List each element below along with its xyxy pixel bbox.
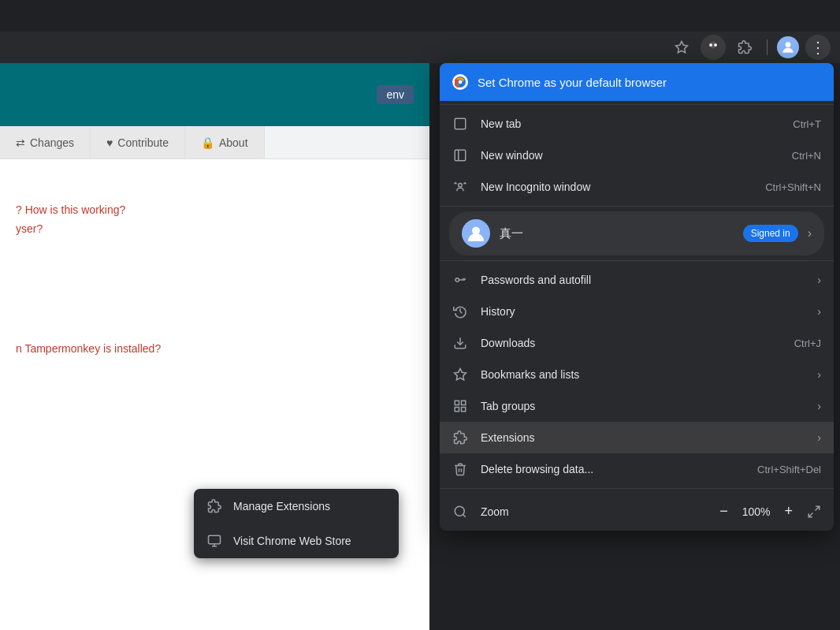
tab-groups-item[interactable]: Tab groups ›	[440, 390, 834, 422]
svg-rect-16	[455, 408, 459, 412]
profile-name: 真一	[500, 226, 734, 241]
zoom-controls: − 100% +	[712, 500, 821, 523]
new-incognito-item[interactable]: New Incognito window Ctrl+Shift+N	[440, 171, 834, 203]
chrome-menu-button[interactable]: ⋮	[805, 35, 831, 60]
svg-marker-13	[455, 369, 466, 380]
zoom-value: 100%	[736, 505, 777, 518]
incognito-icon	[452, 179, 468, 195]
profile-button[interactable]	[777, 36, 799, 58]
zoom-plus-button[interactable]: +	[776, 500, 801, 523]
history-item[interactable]: History ›	[440, 296, 834, 327]
yser-link[interactable]: yser?	[16, 222, 414, 235]
passwords-item[interactable]: Passwords and autofill ›	[440, 264, 834, 296]
tampermonkey-link[interactable]: n Tampermonkey is installed?	[16, 342, 414, 355]
toolbar-separator	[767, 39, 768, 55]
svg-line-21	[808, 513, 812, 516]
zoom-minus-button[interactable]: −	[712, 500, 736, 523]
manage-extensions-item[interactable]: Manage Extensions	[194, 489, 399, 524]
profile-avatar	[462, 219, 490, 248]
svg-rect-17	[462, 408, 466, 412]
passwords-arrow: ›	[817, 274, 821, 286]
more-icon: ⋮	[810, 38, 826, 57]
page-content: ? How is this working? yser? n Tampermon…	[0, 159, 429, 371]
set-default-browser-item[interactable]: Set Chrome as your default browser	[440, 63, 834, 101]
tab-changes[interactable]: ⇄ Changes	[0, 126, 91, 158]
downloads-item[interactable]: Downloads Ctrl+J	[440, 327, 834, 359]
svg-rect-6	[455, 118, 466, 129]
tab-groups-label: Tab groups	[481, 400, 798, 412]
extensions-icon	[452, 430, 468, 445]
delete-browsing-item[interactable]: Delete browsing data... Ctrl+Shift+Del	[440, 453, 834, 485]
bookmarks-arrow: ›	[817, 368, 821, 381]
menu-divider-3	[440, 260, 834, 261]
new-window-icon	[452, 147, 468, 163]
new-tab-icon	[452, 116, 468, 132]
profile-section[interactable]: 真一 Signed in ›	[449, 211, 824, 255]
bookmarks-item[interactable]: Bookmarks and lists ›	[440, 359, 834, 390]
svg-point-11	[455, 278, 459, 282]
svg-marker-0	[676, 42, 688, 53]
chrome-icon	[452, 74, 468, 90]
delete-browsing-label: Delete browsing data...	[481, 463, 745, 475]
chrome-menu: Set Chrome as your default browser New t…	[440, 63, 834, 531]
tab-groups-icon	[452, 398, 468, 414]
svg-line-19	[463, 514, 465, 516]
extensions-submenu: Manage Extensions Visit Chrome Web Store	[194, 489, 399, 558]
manage-extensions-label: Manage Extensions	[233, 500, 330, 513]
lock-icon: 🔒	[201, 136, 214, 149]
zoom-fullscreen-icon[interactable]	[807, 505, 821, 519]
bookmark-icon[interactable]	[669, 35, 694, 60]
new-tab-shortcut: Ctrl+T	[793, 118, 821, 130]
chrome-web-store-label: Visit Chrome Web Store	[233, 535, 351, 547]
changes-icon: ⇄	[16, 136, 25, 149]
chrome-web-store-item[interactable]: Visit Chrome Web Store	[194, 524, 399, 558]
how-working-link[interactable]: ? How is this working?	[16, 203, 414, 216]
menu-divider-4	[440, 488, 834, 489]
bookmarks-label: Bookmarks and lists	[481, 368, 798, 381]
extensions-item[interactable]: Extensions ›	[440, 422, 834, 453]
svg-rect-7	[455, 150, 466, 161]
zoom-item: Zoom − 100% +	[440, 492, 834, 531]
extensions-label: Extensions	[481, 431, 798, 444]
zoom-icon	[452, 504, 468, 520]
puzzle-icon[interactable]	[732, 35, 757, 60]
page-tabs: ⇄ Changes ♥ Contribute 🔒 About	[0, 126, 429, 159]
downloads-icon	[452, 335, 468, 351]
delete-icon	[452, 461, 468, 477]
new-incognito-label: New Incognito window	[481, 181, 753, 193]
new-incognito-shortcut: Ctrl+Shift+N	[765, 181, 821, 193]
history-icon	[452, 304, 468, 319]
new-window-label: New window	[481, 149, 779, 162]
menu-divider-2	[440, 206, 834, 207]
history-label: History	[481, 305, 798, 318]
tab-contribute[interactable]: ♥ Contribute	[91, 126, 185, 158]
svg-point-3	[714, 43, 717, 47]
downloads-shortcut: Ctrl+J	[794, 337, 821, 349]
browser-chrome: ⋮	[0, 0, 840, 63]
svg-point-2	[709, 43, 712, 47]
new-tab-item[interactable]: New tab Ctrl+T	[440, 108, 834, 140]
new-window-item[interactable]: New window Ctrl+N	[440, 140, 834, 171]
new-window-shortcut: Ctrl+N	[792, 150, 821, 162]
heart-icon: ♥	[106, 136, 113, 149]
set-default-label: Set Chrome as your default browser	[478, 76, 667, 89]
env-badge: env	[377, 85, 414, 104]
history-arrow: ›	[817, 305, 821, 318]
svg-rect-14	[455, 401, 459, 404]
browser-toolbar: ⋮	[0, 32, 840, 63]
zoom-label: Zoom	[481, 505, 699, 518]
svg-point-9	[459, 184, 463, 188]
delete-browsing-shortcut: Ctrl+Shift+Del	[757, 464, 821, 475]
tab-groups-arrow: ›	[817, 400, 821, 412]
menu-divider-1	[440, 104, 834, 105]
tab-about[interactable]: 🔒 About	[185, 126, 265, 158]
page-header: env	[0, 63, 429, 126]
manage-extensions-icon	[206, 498, 222, 514]
tab-bar	[0, 0, 840, 32]
chrome-web-store-icon	[206, 533, 222, 549]
downloads-label: Downloads	[481, 337, 782, 349]
tampermonkey-icon[interactable]	[701, 35, 726, 60]
new-tab-label: New tab	[481, 117, 780, 130]
extensions-arrow: ›	[817, 431, 821, 444]
svg-point-4	[786, 42, 791, 47]
